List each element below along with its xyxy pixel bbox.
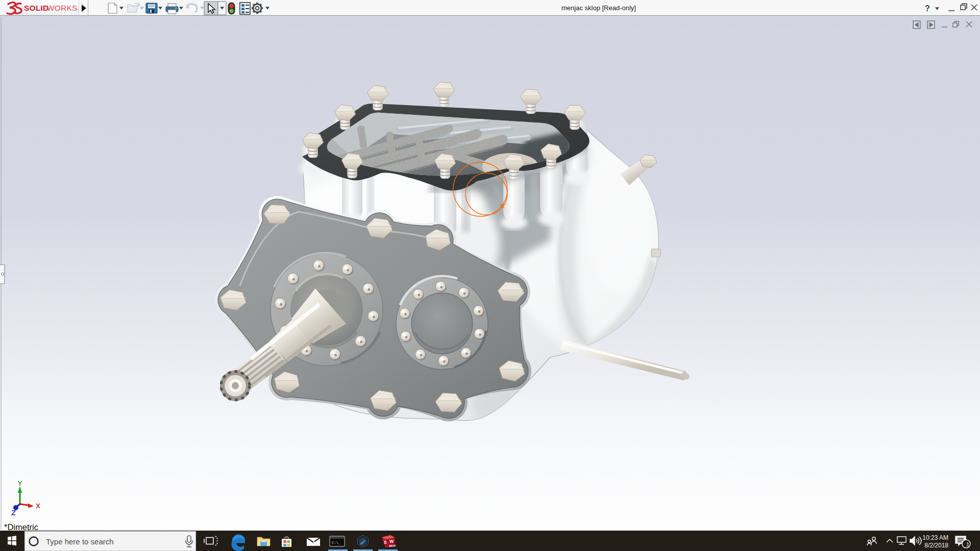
svg-text:10:23 AM: 10:23 AM: [922, 534, 948, 541]
svg-text:C:\_: C:\_: [332, 541, 341, 545]
svg-text:WORKS: WORKS: [47, 4, 78, 12]
svg-text:SOLID: SOLID: [24, 4, 48, 12]
svg-text:?: ?: [925, 4, 930, 13]
svg-text:S: S: [384, 540, 387, 545]
svg-text:8/2/2018: 8/2/2018: [924, 542, 948, 549]
svg-text:1: 1: [966, 541, 969, 547]
svg-text:W: W: [389, 539, 394, 544]
svg-text:*Dimetric: *Dimetric: [4, 522, 38, 531]
svg-text:2017: 2017: [389, 544, 396, 547]
svg-text:Type here to search: Type here to search: [46, 537, 114, 546]
